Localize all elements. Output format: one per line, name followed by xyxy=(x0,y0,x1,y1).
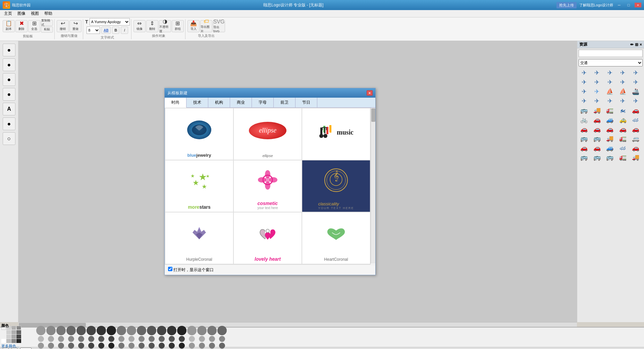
resource-ship-icon[interactable]: 🚢 xyxy=(630,87,641,96)
color-dot-big-4[interactable] xyxy=(76,326,86,335)
bold-button[interactable]: B xyxy=(112,27,119,34)
color-dot-small2-4[interactable] xyxy=(78,343,84,349)
color-dot-small1-5[interactable] xyxy=(88,336,94,342)
resource-truck-3[interactable]: 🚚 xyxy=(604,134,615,143)
color-dot-small2-0[interactable] xyxy=(38,343,44,349)
modal-close-button[interactable]: × xyxy=(367,90,373,96)
color-dot-small2-2[interactable] xyxy=(58,343,64,349)
resource-bus-3[interactable]: 🚌 xyxy=(592,153,602,162)
color-dot-big-5[interactable] xyxy=(87,326,96,335)
color-dot-small2-8[interactable] xyxy=(118,343,124,349)
resource-car-15[interactable]: 🏎 xyxy=(618,144,628,152)
color-dot-big-17[interactable] xyxy=(207,326,217,335)
color-dot-small1-3[interactable] xyxy=(68,336,74,342)
resource-bus-2[interactable]: 🚌 xyxy=(579,153,589,162)
resource-plane-5[interactable]: ✈ xyxy=(630,68,641,77)
upload-button[interactable]: 抢先上传 xyxy=(556,2,577,8)
delete-button[interactable]: ✖ 删除 xyxy=(15,20,28,32)
font-size-selector[interactable]: 8 xyxy=(87,27,100,34)
canvas-area[interactable]: 从模板新建 × 时尚 技术 机构 商业 字母 前卫 节日 xyxy=(18,41,577,322)
resource-bicycle-icon[interactable]: 🚲 xyxy=(579,115,589,124)
resource-car-6[interactable]: 🚗 xyxy=(592,125,602,134)
color-dot-small1-13[interactable] xyxy=(169,336,175,342)
resource-car-16[interactable]: 🚗 xyxy=(630,144,641,152)
color-dot-small1-6[interactable] xyxy=(98,336,104,342)
resource-plane-9[interactable]: ✈ xyxy=(618,78,628,87)
tab-fashion[interactable]: 时尚 xyxy=(165,98,186,108)
modal-footer-checkbox-label[interactable]: 打开时，显示这个窗口 xyxy=(168,267,214,273)
resource-car-2[interactable]: 🚙 xyxy=(604,115,615,124)
resource-plane-17[interactable]: ✈ xyxy=(630,97,641,105)
color-dot-small2-6[interactable] xyxy=(98,343,104,349)
resource-plane-15[interactable]: ✈ xyxy=(604,97,615,105)
redo-button[interactable]: ↪ 重做 xyxy=(69,20,82,32)
color-dot-small1-14[interactable] xyxy=(179,336,185,342)
color-dot-small2-1[interactable] xyxy=(48,343,54,349)
color-dot-small2-16[interactable] xyxy=(199,343,205,349)
resource-plane-8[interactable]: ✈ xyxy=(604,78,615,87)
color-dot-small1-18[interactable] xyxy=(219,336,225,342)
resource-vehicle-1[interactable]: 🚗 xyxy=(630,106,641,115)
color-dot-small2-7[interactable] xyxy=(108,343,114,349)
tool-text[interactable]: A xyxy=(3,103,15,115)
color-dot-small2-10[interactable] xyxy=(139,343,145,349)
color-dot-big-2[interactable] xyxy=(56,326,66,335)
flip-button[interactable]: ⇕ 翻转 xyxy=(146,20,158,32)
logo-lovelyheart[interactable]: lovely heart xyxy=(233,212,302,264)
resource-sailboat-icon[interactable]: ⛵ xyxy=(604,87,615,96)
menu-view[interactable]: 视图 xyxy=(28,10,42,17)
color-dot-small1-17[interactable] xyxy=(209,336,215,342)
swatch-8[interactable] xyxy=(16,330,21,334)
color-dot-big-15[interactable] xyxy=(187,326,197,335)
resource-motorbike-icon[interactable]: 🏍 xyxy=(618,106,628,115)
color-dot-big-6[interactable] xyxy=(97,326,106,335)
opacity-button[interactable]: ◑ 不透明度 xyxy=(159,20,171,32)
color-dot-small2-18[interactable] xyxy=(219,343,225,349)
show-on-open-checkbox[interactable] xyxy=(168,267,172,271)
resource-bus-4[interactable]: 🚌 xyxy=(604,153,615,162)
tool-circle-fill[interactable]: ● xyxy=(3,44,15,56)
resource-plane-3[interactable]: ✈ xyxy=(604,68,615,77)
undo-button[interactable]: ↩ 撤销 xyxy=(57,20,69,32)
color-dot-big-14[interactable] xyxy=(177,326,186,335)
color-dot-small1-16[interactable] xyxy=(199,336,205,342)
color-dot-big-18[interactable] xyxy=(217,326,227,335)
resource-car-5[interactable]: 🚗 xyxy=(579,125,589,134)
color-dot-small2-12[interactable] xyxy=(159,343,165,349)
resource-plane-12[interactable]: ✈ xyxy=(592,87,602,96)
swatch-7[interactable] xyxy=(11,330,16,334)
resource-car-12[interactable]: 🚗 xyxy=(579,144,589,152)
color-dot-small1-8[interactable] xyxy=(118,336,124,342)
swatch-4[interactable] xyxy=(16,326,21,330)
resource-truck-6[interactable]: 🚚 xyxy=(630,153,641,162)
color-dot-big-9[interactable] xyxy=(127,326,136,335)
copy-format-button[interactable]: 复制格式 xyxy=(41,20,53,26)
resource-plane-2[interactable]: ✈ xyxy=(592,68,602,77)
import-button[interactable]: 📥 导入 xyxy=(187,20,200,32)
resource-plane-10[interactable]: ✈ xyxy=(630,78,641,87)
color-dot-small1-7[interactable] xyxy=(108,336,114,342)
color-dot-small2-13[interactable] xyxy=(169,343,175,349)
resource-car-8[interactable]: 🚗 xyxy=(618,125,628,134)
category-select[interactable]: 交通 动物 自然 建筑 科技 xyxy=(579,59,643,66)
menu-image[interactable]: 图像 xyxy=(15,10,28,17)
swatch-6[interactable] xyxy=(6,330,11,334)
color-dot-big-3[interactable] xyxy=(66,326,76,335)
logo-hurplecoronal[interactable]: HurpleCoronal xyxy=(165,212,233,264)
resource-plane-1[interactable]: ✈ xyxy=(579,68,589,77)
color-dot-big-10[interactable] xyxy=(137,326,146,335)
swatch-5[interactable] xyxy=(1,330,6,334)
resource-truck-1[interactable]: 🚚 xyxy=(592,106,602,115)
color-dot-small2-15[interactable] xyxy=(189,343,195,349)
resource-truck-4[interactable]: 🚛 xyxy=(618,134,628,143)
color-dot-big-16[interactable] xyxy=(197,326,207,335)
resource-plane-11[interactable]: ✈ xyxy=(579,87,589,96)
color-dot-big-0[interactable] xyxy=(36,326,46,335)
menu-help[interactable]: 帮助 xyxy=(42,10,55,17)
paste-button[interactable]: 粘贴 xyxy=(41,27,53,33)
color-dot-big-8[interactable] xyxy=(117,326,126,335)
close-button[interactable]: × xyxy=(635,3,641,7)
resource-car-7[interactable]: 🚗 xyxy=(604,125,615,134)
swatch-16[interactable] xyxy=(16,339,21,343)
color-dot-small1-9[interactable] xyxy=(128,336,135,342)
